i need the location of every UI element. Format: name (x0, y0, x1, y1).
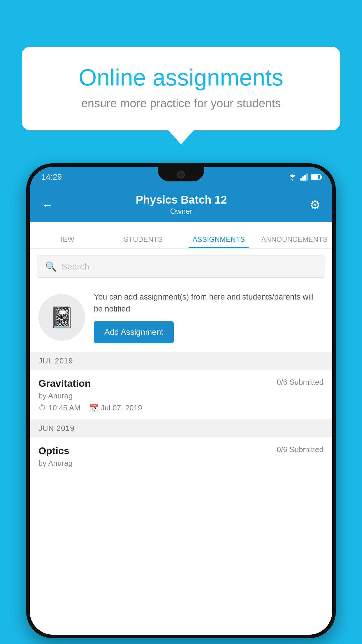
phone-frame: 14:29 (26, 163, 336, 638)
assignment-name-gravitation: Gravitation (38, 378, 91, 389)
assignment-author-gravitation: by Anurag (38, 391, 324, 400)
phone-inner: 14:29 (30, 167, 332, 635)
search-bar[interactable]: 🔍 Search (37, 256, 325, 278)
assignment-date-gravitation: 📅 Jul 07, 2019 (89, 403, 142, 412)
calendar-icon: 📅 (89, 403, 99, 412)
app-header: ← Physics Batch 12 Owner ⚙ (30, 187, 332, 222)
assignment-item-gravitation[interactable]: Gravitation 0/6 Submitted by Anurag ⏱ 10… (30, 370, 332, 420)
info-description: You can add assignment(s) from here and … (94, 291, 324, 315)
speech-bubble-subtitle: ensure more practice for your students (45, 97, 317, 110)
assignment-icon-circle: 📓 (38, 294, 85, 341)
header-subtitle: Owner (136, 207, 227, 216)
tab-iew[interactable]: IEW (30, 235, 106, 248)
assignment-submitted-gravitation: 0/6 Submitted (277, 378, 324, 387)
status-time: 14:29 (41, 172, 62, 182)
assignment-item-optics[interactable]: Optics 0/6 Submitted by Anurag (30, 437, 332, 474)
info-text: You can add assignment(s) from here and … (94, 291, 324, 343)
search-icon: 🔍 (45, 261, 57, 272)
header-title: Physics Batch 12 (136, 194, 227, 206)
phone-camera (177, 171, 185, 178)
svg-rect-3 (304, 175, 306, 181)
battery-icon (311, 174, 321, 180)
speech-bubble-title: Online assignments (45, 64, 317, 91)
content-area[interactable]: 🔍 Search 📓 You can add assignment(s) fro… (30, 249, 332, 635)
signal-icon (300, 174, 308, 181)
speech-bubble: Online assignments ensure more practice … (22, 47, 340, 130)
tab-announcements[interactable]: ANNOUNCEMENTS (257, 235, 333, 248)
month-separator-jun: JUN 2019 (30, 420, 332, 437)
month-separator-jul: JUL 2019 (30, 352, 332, 370)
info-card: 📓 You can add assignment(s) from here an… (30, 282, 332, 352)
status-icons (287, 173, 321, 181)
clock-icon: ⏱ (38, 403, 46, 412)
search-placeholder: Search (61, 262, 89, 272)
tabs-bar: IEW STUDENTS ASSIGNMENTS ANNOUNCEMENTS (30, 222, 332, 249)
assignment-submitted-optics: 0/6 Submitted (277, 445, 324, 454)
tab-assignments[interactable]: ASSIGNMENTS (181, 235, 257, 248)
assignment-row1: Gravitation 0/6 Submitted (38, 378, 324, 389)
phone-notch (158, 167, 204, 181)
add-assignment-button[interactable]: Add Assignment (94, 321, 174, 343)
settings-icon[interactable]: ⚙ (310, 198, 321, 212)
wifi-icon (287, 173, 297, 181)
notebook-icon: 📓 (49, 305, 75, 329)
assignment-row1-optics: Optics 0/6 Submitted (38, 445, 324, 456)
svg-rect-1 (300, 178, 302, 181)
speech-bubble-container: Online assignments ensure more practice … (22, 47, 340, 130)
back-button[interactable]: ← (41, 198, 53, 211)
svg-point-0 (291, 179, 293, 181)
header-title-area: Physics Batch 12 Owner (136, 194, 227, 216)
assignment-name-optics: Optics (38, 445, 69, 456)
svg-rect-2 (302, 176, 304, 181)
assignment-author-optics: by Anurag (38, 459, 324, 468)
tab-students[interactable]: STUDENTS (106, 235, 181, 248)
assignment-time-gravitation: ⏱ 10:45 AM (38, 403, 80, 412)
assignment-meta-gravitation: ⏱ 10:45 AM 📅 Jul 07, 2019 (38, 403, 324, 412)
svg-rect-4 (306, 174, 308, 181)
